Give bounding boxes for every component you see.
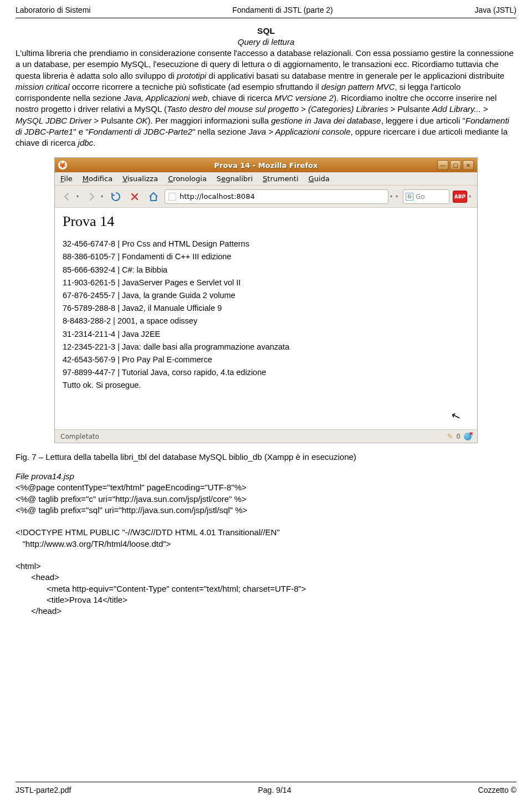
url-dropdown-icon[interactable]: ▾ <box>390 194 392 199</box>
menu-file[interactable]: File <box>60 175 73 183</box>
para-text: > Pulsante <box>91 116 136 125</box>
section-heading: SQL <box>16 26 516 36</box>
home-button[interactable] <box>146 189 161 204</box>
para-text: " e " <box>73 127 88 136</box>
para-italic: mission critical <box>16 82 70 91</box>
stop-button[interactable] <box>127 189 142 204</box>
maximize-button[interactable]: ▢ <box>450 160 461 170</box>
code-line: </head> <box>16 606 516 617</box>
data-rows: 32-456-6747-8 | Pro Css and HTML Design … <box>63 238 469 392</box>
data-row: 67-876-2455-7 | Java, la grande Guida 2 … <box>63 289 469 302</box>
window-buttons: — ▢ ✕ <box>437 160 474 170</box>
page-footer: JSTL-parte2.pdf Pag. 9/14 Cozzetto © <box>0 786 532 794</box>
para-italic: jdbc <box>78 138 94 147</box>
para-text: " nella sezione <box>192 127 248 136</box>
menu-visualizza[interactable]: Visualizza <box>122 175 158 183</box>
close-button[interactable]: ✕ <box>463 160 474 170</box>
address-bar[interactable]: http://localhost:8084 <box>165 189 388 204</box>
menu-strumenti[interactable]: Strumenti <box>263 175 299 183</box>
data-row: 11-903-6261-5 | JavaServer Pages e Servl… <box>63 276 469 289</box>
para-italic: Add Library... <box>432 104 481 114</box>
data-row: 8-8483-288-2 | 2001, a space odissey <box>63 315 469 327</box>
data-row: Tutto ok. Si prosegue. <box>63 379 469 392</box>
code-line: <!DOCTYPE HTML PUBLIC "-//W3C//DTD HTML … <box>16 527 280 537</box>
back-button[interactable] <box>59 189 75 204</box>
header-center: Fondamenti di JSTL (parte 2) <box>232 6 333 14</box>
menu-modifica[interactable]: Modifica <box>83 175 112 183</box>
forward-dropdown-icon[interactable]: ▾ <box>101 194 103 199</box>
status-text: Completato <box>60 433 99 440</box>
code-line: <html> <box>16 561 41 571</box>
file-title: File prova14.jsp <box>16 471 516 481</box>
para-text: . <box>93 138 95 147</box>
section-subheading: Query di lettura <box>16 37 516 47</box>
para-italic: MySQL JDBC Driver <box>16 116 91 125</box>
para-italic: MVC versione 2 <box>274 93 334 102</box>
para-italic: Java > Applicazioni console <box>248 127 350 136</box>
header-left: Laboratorio di Sistemi <box>16 6 90 14</box>
browser-viewport: Prova 14 32-456-6747-8 | Pro Css and HTM… <box>55 208 477 429</box>
data-row: 97-8899-447-7 | Tutorial Java, corso rap… <box>63 366 469 379</box>
code-line: <%@page contentType="text/html" pageEnco… <box>16 483 247 492</box>
data-row: 32-456-6747-8 | Pro Css and HTML Design … <box>63 238 469 250</box>
code-line: <%@ taglib prefix="c" uri="http://java.s… <box>16 494 247 504</box>
toolbar: ▾ ▾ http://localhost:8084 ▾ ▾ G Go <box>55 186 477 208</box>
page-header: Laboratorio di Sistemi Fondamenti di JST… <box>0 0 532 17</box>
code-line: <title>Prova 14</title> <box>16 594 516 606</box>
globe-icon: ✖ <box>464 433 472 440</box>
para-text: di applicativi basati su database mentre… <box>206 71 504 80</box>
data-row: 31-2314-211-4 | Java J2EE <box>63 328 469 341</box>
reload-button[interactable] <box>108 189 124 204</box>
code-line: <head> <box>16 572 516 583</box>
para-italic: design pattern MVC <box>321 82 395 91</box>
content-area: SQL Query di lettura L'ultima libreria c… <box>0 18 532 617</box>
menu-cronologia[interactable]: Cronologia <box>168 175 207 183</box>
footer-right: Cozzetto © <box>478 786 516 794</box>
abp-dropdown-icon[interactable]: ▾ <box>469 194 471 199</box>
menu-segnalibri[interactable]: Segnalibri <box>217 175 253 183</box>
window-title: Prova 14 - Mozilla Firefox <box>55 161 477 170</box>
page-heading: Prova 14 <box>63 213 469 230</box>
data-row: 88-386-6105-7 | Fondamenti di C++ III ed… <box>63 250 469 263</box>
status-count: 0 <box>456 433 461 440</box>
browser-window: 🦊 Prova 14 - Mozilla Firefox — ▢ ✕ File … <box>54 157 478 443</box>
search-box[interactable]: G Go <box>403 189 449 204</box>
footer-center: Pag. 9/14 <box>258 786 291 794</box>
minimize-button[interactable]: — <box>437 160 448 170</box>
google-icon: G <box>406 193 413 201</box>
forward-button[interactable] <box>84 189 99 204</box>
code-line: <%@ taglib prefix="sql" uri="http://java… <box>16 505 247 515</box>
footer-rule <box>16 782 516 782</box>
feed-dropdown-icon[interactable]: ▾ <box>396 194 398 199</box>
statusbar: Completato ✎ 0 ✖ <box>55 429 477 443</box>
para-text: occorre ricorrere a tecniche più sofisti… <box>70 82 321 91</box>
para-italic: Fondamenti di JDBC-Parte2 <box>89 127 193 136</box>
cursor-icon: ↖ <box>449 408 462 424</box>
figure-caption: Fig. 7 – Lettura della tabella libri_tbl… <box>16 452 516 461</box>
code-line: "http://www.w3.org/TR/html4/loose.dtd"> <box>16 539 171 548</box>
url-text: http://localhost:8084 <box>180 192 255 201</box>
para-text: , leggere i due articoli " <box>381 116 466 125</box>
para-text: Pulsante <box>397 104 432 114</box>
abp-icon[interactable]: ABP <box>453 191 467 203</box>
back-dropdown-icon[interactable]: ▾ <box>76 194 79 199</box>
code-block: <%@page contentType="text/html" pageEnco… <box>16 482 516 617</box>
titlebar: 🦊 Prova 14 - Mozilla Firefox — ▢ ✕ <box>55 158 477 172</box>
data-row: 76-5789-288-8 | Java2, il Manuale Uffici… <box>63 302 469 315</box>
para-italic: gestione in Java dei database <box>271 116 381 125</box>
menubar: File Modifica Visualizza Cronologia Segn… <box>55 172 477 186</box>
data-row: 85-666-6392-4 | C#: la Bibbia <box>63 264 469 276</box>
para-italic: prototipi <box>177 71 206 80</box>
menu-guida[interactable]: Guida <box>309 175 330 183</box>
para-italic: Tasto destro del mouse sul progetto > (C… <box>167 104 397 114</box>
footer-left: JSTL-parte2.pdf <box>16 786 71 794</box>
pencil-icon: ✎ <box>447 432 453 440</box>
para-text: ). Per maggiori informazioni sulla <box>148 116 272 125</box>
page-icon <box>168 193 176 201</box>
data-row: 12-2345-221-3 | Java: dalle basi alla pr… <box>63 341 469 353</box>
code-line: <meta http-equiv="Content-Type" content=… <box>16 583 516 594</box>
data-row: 42-6543-567-9 | Pro Pay Pal E-commerce <box>63 353 469 366</box>
body-paragraph: L'ultima libreria che prendiamo in consi… <box>16 48 516 148</box>
para-text: > <box>481 104 488 114</box>
header-right: Java (JSTL) <box>475 6 516 14</box>
